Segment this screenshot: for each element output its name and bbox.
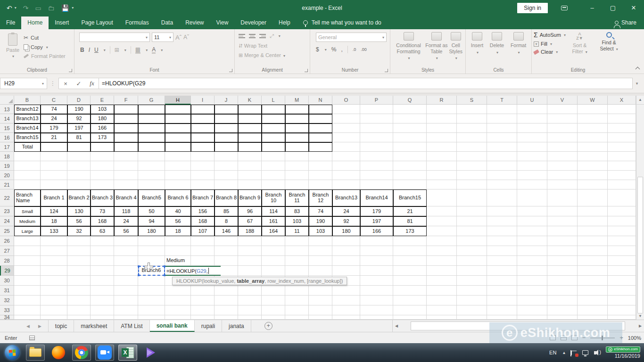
cell-D23[interactable]: 130 xyxy=(67,206,91,216)
cell-V23[interactable] xyxy=(547,206,578,216)
cell-B26[interactable] xyxy=(14,236,41,246)
cell-I16[interactable] xyxy=(191,133,215,142)
cell-O13[interactable] xyxy=(332,105,360,114)
cell-W16[interactable] xyxy=(578,133,608,142)
shrink-font-button[interactable]: Aˇ xyxy=(183,34,189,41)
cell-F23[interactable]: 118 xyxy=(114,206,138,216)
column-header-Q[interactable]: Q xyxy=(393,96,427,105)
cell-K24[interactable]: 67 xyxy=(238,216,262,226)
cell-S22[interactable] xyxy=(457,189,487,206)
cell-G16[interactable] xyxy=(138,133,165,142)
autosum-button[interactable]: ΣAutoSum▾ xyxy=(534,31,566,39)
cell-X27[interactable] xyxy=(608,246,636,256)
ribbon-tab-view[interactable]: View xyxy=(210,16,235,29)
cell-B25[interactable]: Large xyxy=(14,226,41,236)
cell-M19[interactable] xyxy=(285,161,309,171)
number-format-combo[interactable]: General▾ xyxy=(316,33,387,42)
horizontal-scroll-thumb[interactable] xyxy=(411,321,625,330)
cell-R17[interactable] xyxy=(427,142,457,152)
cell-L14[interactable] xyxy=(262,114,285,123)
ribbon-tab-page-layout[interactable]: Page Layout xyxy=(75,16,119,29)
cell-W29[interactable] xyxy=(578,266,608,276)
cell-X18[interactable] xyxy=(608,152,636,161)
cell-U24[interactable] xyxy=(517,216,547,226)
cell-B15[interactable]: Branch14 xyxy=(14,123,41,133)
open-folder-icon[interactable]: 🗀 xyxy=(48,5,55,11)
cell-U14[interactable] xyxy=(517,114,547,123)
cell-Q16[interactable] xyxy=(393,133,427,142)
cell-D27[interactable] xyxy=(67,246,91,256)
cell-C34[interactable] xyxy=(41,315,67,320)
cell-G25[interactable]: 180 xyxy=(138,226,165,236)
cell-J18[interactable] xyxy=(215,152,238,161)
fill-button[interactable]: ▾Fill▾ xyxy=(534,41,566,47)
cell-G29[interactable]: Branch6 xyxy=(138,266,165,276)
cell-N20[interactable] xyxy=(309,171,332,180)
cell-H34[interactable] xyxy=(165,315,191,320)
column-header-S[interactable]: S xyxy=(457,96,487,105)
cell-S19[interactable] xyxy=(457,161,487,171)
sheet-tab-topic[interactable]: topic xyxy=(48,320,74,332)
cell-F20[interactable] xyxy=(114,171,138,180)
cell-H17[interactable] xyxy=(165,142,191,152)
cell-N18[interactable] xyxy=(309,152,332,161)
row-header-19[interactable]: 19 xyxy=(0,161,14,171)
cell-X25[interactable] xyxy=(608,226,636,236)
new-document-icon[interactable]: ▭ xyxy=(35,5,41,11)
cell-X32[interactable] xyxy=(608,296,636,305)
cell-F24[interactable]: 24 xyxy=(114,216,138,226)
row-header-26[interactable]: 26 xyxy=(0,236,14,246)
cell-P24[interactable]: 197 xyxy=(360,216,393,226)
cell-X26[interactable] xyxy=(608,236,636,246)
scroll-left-icon[interactable]: ◀ xyxy=(393,324,400,328)
cell-E15[interactable]: 166 xyxy=(91,123,114,133)
cell-T18[interactable] xyxy=(487,152,517,161)
cell-I22[interactable]: Branch 7 xyxy=(191,189,215,206)
ribbon-tab-formulas[interactable]: Formulas xyxy=(119,16,155,29)
cell-R15[interactable] xyxy=(427,123,457,133)
cell-V25[interactable] xyxy=(547,226,578,236)
row-header-31[interactable]: 31 xyxy=(0,286,14,296)
cell-J31[interactable] xyxy=(215,286,238,296)
cell-X29[interactable] xyxy=(608,266,636,276)
cell-W13[interactable] xyxy=(578,105,608,114)
cell-L27[interactable] xyxy=(262,246,285,256)
column-header-F[interactable]: F xyxy=(114,96,138,105)
cell-W19[interactable] xyxy=(578,161,608,171)
cell-R28[interactable] xyxy=(427,256,457,266)
cell-J33[interactable] xyxy=(215,305,238,315)
cut-button[interactable]: ✂Cut xyxy=(24,34,66,41)
cell-T24[interactable] xyxy=(487,216,517,226)
cell-U32[interactable] xyxy=(517,296,547,305)
cell-P25[interactable]: 166 xyxy=(360,226,393,236)
cell-N22[interactable]: Branch 12 xyxy=(309,189,332,206)
cell-J24[interactable]: 8 xyxy=(215,216,238,226)
format-painter-button[interactable]: Format Painter xyxy=(24,53,66,59)
cell-S21[interactable] xyxy=(457,180,487,189)
cell-B24[interactable]: Medium xyxy=(14,216,41,226)
cell-T28[interactable] xyxy=(487,256,517,266)
cell-W18[interactable] xyxy=(578,152,608,161)
cell-S16[interactable] xyxy=(457,133,487,142)
cell-T25[interactable] xyxy=(487,226,517,236)
cell-B17[interactable]: Total xyxy=(14,142,41,152)
cell-M31[interactable] xyxy=(285,286,309,296)
cell-G32[interactable] xyxy=(138,296,165,305)
action-center-flag-icon[interactable] xyxy=(571,351,577,355)
decrease-decimal-button[interactable]: .00 xyxy=(361,47,367,52)
cell-R13[interactable] xyxy=(427,105,457,114)
formula-input[interactable]: =HLOOKUP(G29 xyxy=(99,78,633,89)
cell-D16[interactable]: 81 xyxy=(67,133,91,142)
cell-T33[interactable] xyxy=(487,305,517,315)
cell-F25[interactable]: 56 xyxy=(114,226,138,236)
cell-Q19[interactable] xyxy=(393,161,427,171)
cell-B14[interactable]: Branch13 xyxy=(14,114,41,123)
cell-B13[interactable]: Branch12 xyxy=(14,105,41,114)
cell-H18[interactable] xyxy=(165,152,191,161)
cell-X17[interactable] xyxy=(608,142,636,152)
cell-O16[interactable] xyxy=(332,133,360,142)
cell-K17[interactable] xyxy=(238,142,262,152)
cell-W27[interactable] xyxy=(578,246,608,256)
row-header-32[interactable]: 32 xyxy=(0,296,14,305)
scroll-right-icon[interactable]: ▶ xyxy=(636,324,644,328)
